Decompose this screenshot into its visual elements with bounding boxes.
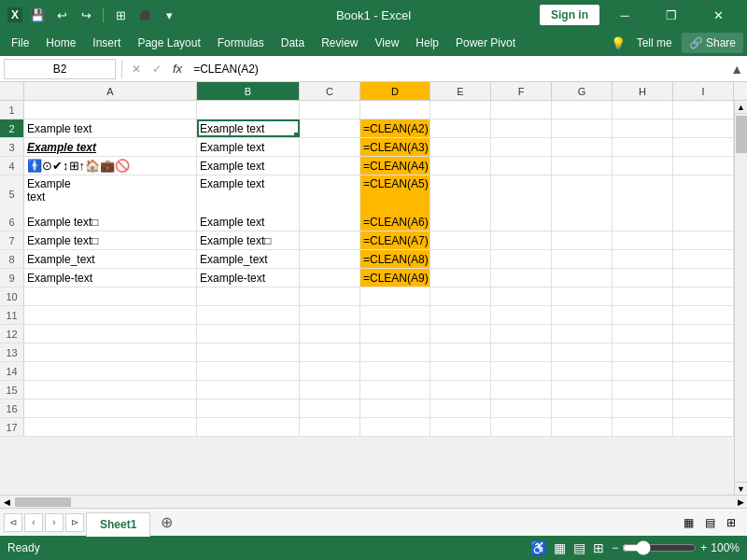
cell-b6[interactable]: Example text — [197, 213, 300, 231]
cell-h9[interactable] — [613, 269, 673, 287]
row-num-7[interactable]: 7 — [0, 231, 24, 249]
cell-f14[interactable] — [491, 362, 552, 380]
hscroll-right-arrow[interactable]: ▶ — [734, 496, 747, 509]
cell-e11[interactable] — [430, 306, 491, 324]
view-page-layout-status-icon[interactable]: ▤ — [573, 540, 585, 555]
cell-e14[interactable] — [430, 362, 491, 380]
menu-data[interactable]: Data — [274, 33, 312, 53]
cell-a16[interactable] — [24, 399, 197, 417]
cell-h6[interactable] — [613, 213, 673, 231]
cell-h1[interactable] — [613, 101, 673, 119]
cell-e4[interactable] — [430, 157, 491, 175]
add-sheet-button[interactable]: ⊕ — [154, 511, 178, 535]
cell-e8[interactable] — [430, 250, 491, 268]
cell-h4[interactable] — [613, 157, 673, 175]
menu-file[interactable]: File — [4, 33, 36, 53]
row-num-17[interactable]: 17 — [0, 418, 24, 436]
grid-scroll-area[interactable]: 1 2 Example text Example text — [0, 101, 734, 495]
row-num-9[interactable]: 9 — [0, 269, 24, 287]
cell-f7[interactable] — [491, 231, 552, 249]
row-num-10[interactable]: 10 — [0, 287, 24, 305]
cell-d12[interactable] — [360, 325, 430, 343]
cell-a5[interactable]: Exampletext — [24, 175, 197, 213]
sign-in-button[interactable]: Sign in — [540, 5, 599, 25]
cell-i17[interactable] — [673, 418, 734, 436]
cell-b13[interactable] — [197, 343, 300, 361]
cell-f11[interactable] — [491, 306, 552, 324]
cell-c15[interactable] — [300, 381, 360, 399]
cell-a9[interactable]: Example-text — [24, 269, 197, 287]
cell-g16[interactable] — [552, 399, 613, 417]
view-page-break-status-icon[interactable]: ⊞ — [593, 540, 604, 555]
cell-c12[interactable] — [300, 325, 360, 343]
cell-h14[interactable] — [613, 362, 673, 380]
cell-b8[interactable]: Example_text — [197, 250, 300, 268]
apps-quick-icon[interactable]: ⊞ — [111, 6, 130, 24]
row-num-1[interactable]: 1 — [0, 101, 24, 119]
cell-c1[interactable] — [300, 101, 360, 119]
tab-nav-first[interactable]: ⊲ — [4, 513, 22, 532]
row-num-12[interactable]: 12 — [0, 325, 24, 343]
zoom-slider[interactable] — [622, 540, 697, 555]
cell-d10[interactable] — [360, 287, 430, 305]
cell-g12[interactable] — [552, 325, 613, 343]
cell-a17[interactable] — [24, 418, 197, 436]
cell-h10[interactable] — [613, 287, 673, 305]
cell-e17[interactable] — [430, 418, 491, 436]
cell-f13[interactable] — [491, 343, 552, 361]
cell-g6[interactable] — [552, 213, 613, 231]
cell-d16[interactable] — [360, 399, 430, 417]
cell-f5[interactable] — [491, 175, 552, 213]
cell-i2[interactable] — [673, 119, 734, 137]
scroll-down-arrow[interactable]: ▼ — [735, 482, 748, 495]
cell-g13[interactable] — [552, 343, 613, 361]
cell-c4[interactable] — [300, 157, 360, 175]
cell-g15[interactable] — [552, 381, 613, 399]
col-header-f[interactable]: F — [491, 82, 552, 100]
cell-g4[interactable] — [552, 157, 613, 175]
cell-h17[interactable] — [613, 418, 673, 436]
cell-b5[interactable]: Example text — [197, 175, 300, 213]
cell-a2[interactable]: Example text — [24, 119, 197, 137]
cell-h5[interactable] — [613, 175, 673, 213]
tab-nav-prev[interactable]: ‹ — [24, 513, 43, 532]
cell-i1[interactable] — [673, 101, 734, 119]
menu-page-layout[interactable]: Page Layout — [130, 33, 207, 53]
cell-e16[interactable] — [430, 399, 491, 417]
restore-button[interactable]: ❐ — [650, 0, 693, 30]
cell-a4[interactable]: 🚹⊙✔↕⊞↑🏠💼🚫 — [24, 157, 197, 175]
view-normal-icon[interactable]: ▦ — [680, 514, 698, 531]
menu-view[interactable]: View — [368, 33, 407, 53]
cell-e10[interactable] — [430, 287, 491, 305]
cell-reference-box[interactable] — [4, 59, 116, 79]
row-num-4[interactable]: 4 — [0, 157, 24, 175]
cell-a13[interactable] — [24, 343, 197, 361]
cell-i13[interactable] — [673, 343, 734, 361]
cell-g1[interactable] — [552, 101, 613, 119]
cell-h7[interactable] — [613, 231, 673, 249]
cell-e2[interactable] — [430, 119, 491, 137]
col-header-g[interactable]: G — [552, 82, 613, 100]
cell-d11[interactable] — [360, 306, 430, 324]
cell-g2[interactable] — [552, 119, 613, 137]
cell-f17[interactable] — [491, 418, 552, 436]
cell-h8[interactable] — [613, 250, 673, 268]
cell-a7[interactable]: Example text□ — [24, 231, 197, 249]
cell-b4[interactable]: Example text — [197, 157, 300, 175]
cell-b1[interactable] — [197, 101, 300, 119]
cell-f9[interactable] — [491, 269, 552, 287]
autosave-quick-icon[interactable]: ⬛ — [135, 6, 154, 24]
formula-collapse-icon[interactable]: ▲ — [730, 62, 743, 77]
vertical-scrollbar[interactable]: ▲ ▼ — [734, 101, 747, 495]
cell-i7[interactable] — [673, 231, 734, 249]
save-quick-icon[interactable]: 💾 — [28, 6, 47, 24]
cell-a14[interactable] — [24, 362, 197, 380]
cell-h12[interactable] — [613, 325, 673, 343]
cell-d9[interactable]: =CLEAN(A9) — [360, 269, 430, 287]
row-num-2[interactable]: 2 — [0, 119, 24, 137]
cell-g14[interactable] — [552, 362, 613, 380]
cell-g5[interactable] — [552, 175, 613, 213]
cell-e7[interactable] — [430, 231, 491, 249]
cell-i12[interactable] — [673, 325, 734, 343]
cell-a12[interactable] — [24, 325, 197, 343]
